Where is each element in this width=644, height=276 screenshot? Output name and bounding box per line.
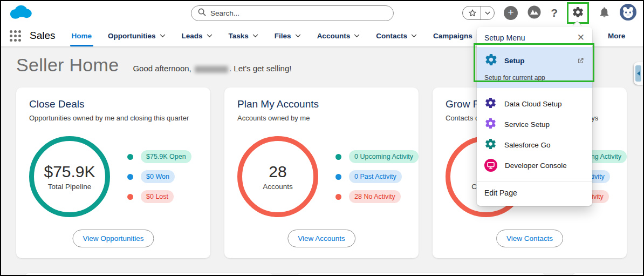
tab-accounts[interactable]: Accounts — [317, 25, 360, 46]
redacted-user-name — [195, 66, 228, 73]
tab-home[interactable]: Home — [72, 25, 92, 46]
tab-contacts[interactable]: Contacts — [376, 25, 417, 46]
partial-card — [297, 273, 546, 276]
chevron-down-icon — [252, 34, 258, 38]
tab-opportunities[interactable]: Opportunities — [108, 25, 166, 46]
search-icon — [198, 8, 206, 18]
legend-dot-lost — [127, 194, 133, 200]
menu-item-service-setup[interactable]: Service Setup — [477, 114, 592, 134]
card-subtitle: Accounts owned by me — [237, 114, 406, 122]
menu-item-label: Data Cloud Setup — [504, 100, 562, 108]
chevron-down-icon — [160, 34, 166, 38]
legend-row: $75.9K Open — [127, 150, 191, 163]
favorites-control[interactable] — [462, 6, 495, 20]
menu-item-label: Service Setup — [504, 120, 550, 129]
menu-item-developer-console[interactable]: Developer Console — [477, 155, 592, 176]
legend-row: 28 No Activity — [335, 190, 419, 203]
menu-item-label: Developer Console — [505, 161, 567, 170]
side-panel-toggle[interactable] — [634, 62, 643, 85]
setup-item-label: Setup — [504, 57, 525, 65]
setup-gear-highlight[interactable] — [567, 2, 589, 24]
legend-dot-none — [335, 194, 341, 200]
tab-more[interactable]: More — [608, 25, 625, 46]
chevron-down-icon — [295, 34, 301, 38]
help-icon[interactable]: ? — [551, 6, 558, 19]
global-header: + ? — [1, 1, 643, 25]
legend-dot-open — [127, 154, 133, 160]
legend-pill-lost: $0 Lost — [141, 190, 174, 203]
view-contacts-button[interactable]: View Contacts — [496, 230, 563, 247]
setup-menu-title: Setup Menu — [484, 33, 525, 42]
menu-item-salesforce-go[interactable]: Salesforce Go — [477, 134, 592, 155]
legend-row: $0 Won — [127, 170, 191, 183]
accounts-donut-chart: 28 Accounts — [237, 136, 318, 217]
view-opportunities-button[interactable]: View Opportunities — [72, 230, 154, 247]
chevron-left-icon[interactable] — [635, 65, 641, 82]
external-link-icon — [577, 57, 585, 65]
tab-campaigns[interactable]: Campaigns — [433, 25, 482, 46]
pipeline-donut-chart: $75.9K Total Pipeline — [29, 136, 110, 217]
legend-pill-none: 28 No Activity — [349, 190, 401, 203]
trailhead-icon[interactable] — [527, 5, 542, 22]
setup-gear-icon — [484, 53, 498, 69]
app-name: Sales — [30, 30, 56, 42]
legend-row: 0 Upcoming Activity — [335, 150, 419, 163]
close-icon[interactable]: ✕ — [577, 33, 585, 42]
setup-item-description: Setup for current app — [484, 74, 585, 82]
page-title: Seller Home — [16, 55, 119, 76]
legend-row: $0 Lost — [127, 190, 191, 203]
menu-item-edit-page[interactable]: Edit Page — [477, 181, 592, 206]
service-setup-gear-icon — [484, 117, 497, 131]
favorites-caret-icon[interactable] — [481, 6, 494, 19]
legend-pill-won: $0 Won — [141, 170, 175, 183]
legend-row: 0 Past Activity — [335, 170, 419, 183]
metric-label: Total Pipeline — [48, 183, 91, 191]
global-search[interactable] — [191, 5, 394, 21]
menu-item-label: Salesforce Go — [504, 141, 551, 149]
salesforce-go-gear-icon — [484, 138, 497, 152]
menu-item-data-cloud-setup[interactable]: Data Cloud Setup — [477, 93, 592, 114]
tab-files[interactable]: Files — [275, 25, 301, 46]
metric-value: $75.9K — [44, 163, 95, 181]
tab-leads[interactable]: Leads — [182, 25, 213, 46]
user-avatar[interactable] — [620, 4, 636, 23]
data-cloud-gear-icon — [484, 97, 497, 111]
legend-pill-past: 0 Past Activity — [349, 170, 402, 183]
card-title: Close Deals — [29, 98, 197, 110]
card-title: Plan My Accounts — [237, 98, 406, 110]
card-close-deals: Close Deals Opportunities owned by me an… — [16, 87, 210, 258]
favorites-star-icon[interactable] — [463, 9, 481, 17]
salesforce-logo-icon — [9, 4, 33, 23]
partial-card — [572, 273, 644, 276]
setup-menu-item-setup[interactable]: Setup Setup for current app — [477, 47, 592, 88]
app-launcher-icon[interactable] — [10, 30, 21, 42]
developer-console-icon — [484, 159, 497, 172]
legend-dot-won — [127, 174, 133, 180]
legend-pill-upcoming: 0 Upcoming Activity — [349, 150, 419, 163]
legend-pill-open: $75.9K Open — [141, 150, 191, 163]
chevron-down-icon — [207, 34, 213, 38]
notifications-bell-icon[interactable] — [598, 6, 611, 21]
search-input[interactable] — [210, 9, 387, 17]
partial-card — [24, 273, 273, 276]
legend-dot-past — [335, 174, 341, 180]
greeting-text: Good afternoon, . Let's get selling! — [133, 64, 291, 73]
setup-menu-dropdown: Setup Menu ✕ Setup Setup for current app… — [477, 27, 592, 206]
view-accounts-button[interactable]: View Accounts — [287, 230, 355, 247]
metric-label: Accounts — [263, 183, 293, 191]
metric-value: 28 — [269, 163, 286, 181]
tab-tasks[interactable]: Tasks — [229, 25, 258, 46]
setup-gear-icon[interactable] — [572, 6, 584, 21]
chevron-down-icon — [411, 34, 417, 38]
legend-dot-upcoming — [335, 154, 341, 160]
global-add-icon[interactable]: + — [504, 6, 518, 20]
card-subtitle: Opportunities owned by me and closing th… — [29, 114, 197, 122]
chevron-down-icon — [354, 34, 360, 38]
card-plan-my-accounts: Plan My Accounts Accounts owned by me 28… — [224, 87, 419, 258]
